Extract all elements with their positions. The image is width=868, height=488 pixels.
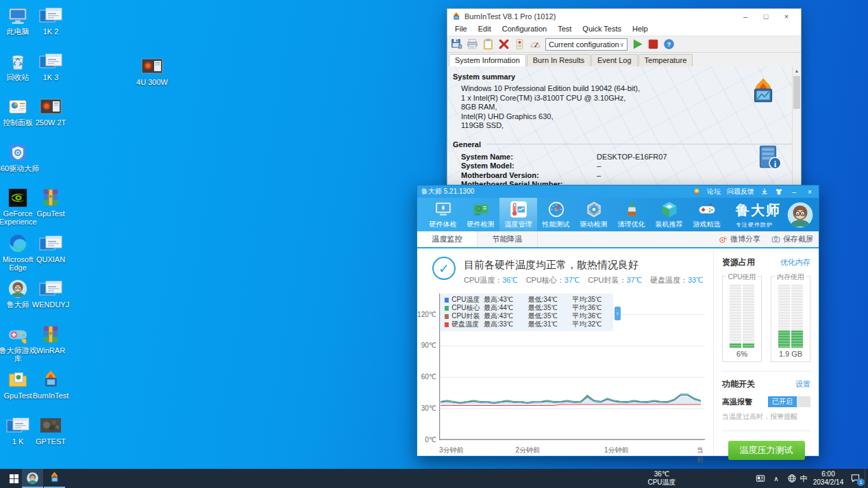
legend-collapse-button[interactable]: ‹	[615, 307, 621, 320]
ime-indicator[interactable]: 中	[797, 469, 810, 488]
start-test-icon[interactable]	[632, 38, 643, 50]
temperature-panel: ✓ 目前各硬件温度均正常，散热情况良好 CPU温度：36℃CPU核心：37℃CP…	[417, 250, 713, 456]
desktop-icon-14[interactable]: QUXIAN	[29, 233, 73, 264]
optimize-memory-link[interactable]: 优化内存	[780, 257, 810, 268]
taskbar-cpu-temp[interactable]: 36℃ CPU温度	[634, 470, 690, 487]
taskbar-clock[interactable]: 6:00 2034/2/14	[810, 470, 847, 487]
tray-widget-icon[interactable]	[752, 469, 769, 488]
gauge-label: 内存使用	[775, 272, 806, 282]
desktop-icon-10[interactable]: 1K 2	[29, 5, 73, 36]
logo-slogan: 专注硬件防护	[736, 221, 781, 229]
ludashi-avatar-icon	[6, 279, 29, 299]
print-icon[interactable]	[467, 38, 478, 50]
scrollbar-thumb[interactable]	[793, 76, 800, 109]
save-icon[interactable]	[451, 38, 462, 50]
forum-link[interactable]: 论坛	[707, 187, 721, 196]
menu-item-1[interactable]: Edit	[473, 24, 497, 36]
ludashi-tabs: 温度监控节能降温	[417, 231, 538, 247]
desktop-icon-15[interactable]: WENDUYJ	[29, 279, 73, 309]
burnintest-app-icon	[451, 12, 461, 21]
show-desktop-button[interactable]	[865, 469, 868, 488]
menu-item-5[interactable]: Help	[627, 24, 654, 36]
desktop-icon-19[interactable]: 4U 300W	[130, 56, 174, 86]
nav-item-3[interactable]: 性能测试	[537, 198, 575, 231]
notification-badge: 1	[857, 478, 865, 486]
action-label: 微博分享	[730, 234, 760, 244]
gauge-icon[interactable]	[530, 38, 541, 50]
configuration-select[interactable]: Current configuration ∨	[545, 38, 628, 51]
scroll-up-arrow[interactable]: ▲	[793, 66, 801, 75]
desktop-icon-18[interactable]: GPTEST	[29, 415, 73, 446]
temp-stat-label: CPU封装：	[588, 276, 626, 284]
stop-test-icon[interactable]	[647, 38, 659, 50]
minimize-button[interactable]: –	[789, 188, 799, 196]
gauge-bar	[778, 285, 803, 348]
menu-item-4[interactable]: Quick Tests	[577, 24, 627, 36]
help-icon[interactable]: ?	[663, 38, 675, 50]
temp-stat-label: CPU核心：	[526, 276, 565, 284]
general-row-label: System Model:	[461, 162, 597, 171]
menu-item-2[interactable]: Configuration	[497, 24, 552, 36]
desktop-icon-12[interactable]: 250W 2T	[29, 97, 73, 127]
ludashi-titlebar[interactable]: 鲁大师 5.21.1300 论坛 问题反馈 – ×	[417, 185, 819, 198]
ludashi-tab-1[interactable]: 节能降温	[478, 231, 538, 247]
folder-icon	[6, 370, 29, 390]
legend-avg: 平均:32℃	[572, 320, 609, 329]
download-icon[interactable]	[760, 188, 769, 196]
tab-0[interactable]: System Information	[449, 54, 526, 67]
desktop-icon-13[interactable]: GpuTest	[29, 188, 73, 218]
general-row-value: –	[597, 171, 601, 181]
nav-item-7[interactable]: 游戏精选	[688, 198, 726, 231]
screenshot-dark-icon	[39, 97, 62, 117]
network-globe-icon[interactable]	[785, 469, 799, 488]
close-button[interactable]: ×	[776, 12, 797, 21]
delete-icon[interactable]	[498, 38, 510, 50]
stress-test-button[interactable]: 温度压力测试	[728, 441, 805, 460]
nav-item-label: 驱动检测	[580, 220, 608, 229]
tab-2[interactable]: Event Log	[591, 54, 638, 66]
skin-icon[interactable]	[775, 188, 783, 196]
certificate-icon[interactable]	[514, 38, 525, 50]
burnintest-titlebar[interactable]: BurnInTest V8.1 Pro (1012) – □ ×	[447, 9, 801, 24]
ludashi-tab-0[interactable]: 温度监控	[417, 231, 478, 247]
nav-item-2[interactable]: 温度管理	[499, 198, 537, 231]
nav-item-1[interactable]: 硬件检测	[462, 198, 499, 231]
nav-item-0[interactable]: 硬件体检	[424, 198, 462, 231]
summary-line-3: Intel(R) UHD Graphics 630,	[461, 112, 801, 122]
settings-link[interactable]: 设置	[795, 379, 810, 389]
nav-item-label: 硬件体检	[430, 220, 457, 229]
desktop-icon-16[interactable]: WinRAR	[29, 324, 73, 355]
action-center-icon[interactable]: 1	[848, 469, 865, 488]
action-1[interactable]: 保存截屏	[771, 234, 813, 244]
taskbar-app-burnintest[interactable]	[44, 469, 65, 488]
nav-item-label: 性能测试	[543, 220, 570, 229]
medal-icon[interactable]	[693, 188, 701, 196]
divider	[722, 371, 810, 372]
taskbar-app-ludashi[interactable]	[22, 469, 43, 488]
action-0[interactable]: 微博分享	[719, 234, 760, 244]
hidden-icons-chevron[interactable]: ∧	[769, 469, 784, 488]
series-CPU温度	[441, 395, 701, 403]
clipboard-icon[interactable]	[482, 38, 494, 50]
nav-item-6[interactable]: 装机推荐	[650, 198, 688, 231]
desktop-icon-label: WinRAR	[29, 346, 73, 355]
desktop-icon-label: 1K 2	[29, 27, 73, 36]
gauge-icon	[547, 201, 565, 218]
taskbar: 36℃ CPU温度 ∧ 中 6:00 2034/2/14 1	[0, 469, 868, 488]
desktop-icon-17[interactable]: BurnInTest	[29, 370, 73, 400]
tab-3[interactable]: Temperature	[638, 54, 693, 66]
temp-stat-value: 37℃	[565, 276, 580, 284]
nav-item-5[interactable]: 清理优化	[612, 198, 650, 231]
feedback-link[interactable]: 问题反馈	[727, 187, 754, 196]
alarm-toggle[interactable]: 已开启	[768, 396, 810, 407]
maximize-button[interactable]: □	[756, 12, 776, 21]
menu-item-3[interactable]: Test	[552, 24, 577, 36]
close-button[interactable]: ×	[805, 188, 815, 196]
desktop-icon-3[interactable]: 360驱动大师	[0, 142, 40, 172]
tab-1[interactable]: Burn In Results	[527, 54, 591, 66]
nav-item-4[interactable]: 驱动检测	[575, 198, 612, 231]
menu-item-0[interactable]: File	[449, 24, 473, 36]
texture-icon	[39, 415, 62, 436]
minimize-button[interactable]: –	[735, 12, 756, 21]
desktop-icon-11[interactable]: 1K 3	[29, 51, 73, 81]
